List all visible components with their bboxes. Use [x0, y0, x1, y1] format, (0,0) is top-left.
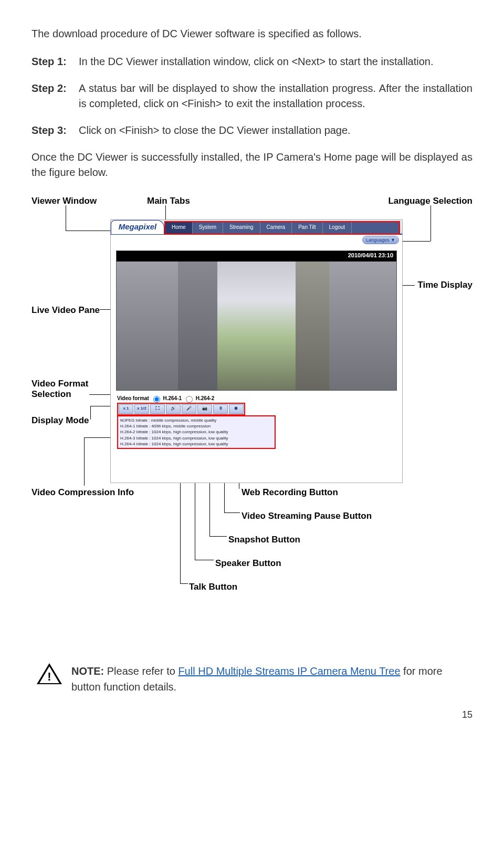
menu-tree-link[interactable]: Full HD Multiple Streams IP Camera Menu … — [178, 665, 400, 677]
tab-camera[interactable]: Camera — [260, 222, 292, 234]
video-format-radio-1[interactable] — [153, 396, 160, 403]
conclusion-text: Once the DC Viewer is successfully insta… — [32, 150, 472, 180]
control-button-5[interactable]: 📷 — [197, 404, 212, 414]
live-video-pane: 2010/04/01 23:10 — [116, 250, 397, 391]
control-button-2[interactable]: ⛶ — [150, 404, 165, 414]
control-button-7[interactable]: ⏺ — [229, 404, 244, 414]
annotated-screenshot-figure: Viewer Window Main Tabs Language Selecti… — [32, 196, 472, 632]
video-format-radio-2[interactable] — [186, 396, 193, 403]
step-text: A status bar will be displayed to show t… — [79, 81, 472, 111]
tab-logout[interactable]: Logout — [323, 222, 352, 234]
tab-streaming[interactable]: Streaming — [223, 222, 260, 234]
callout-viewer-window: Viewer Window — [32, 196, 97, 206]
compression-line: H.264-4 bitrate : 1024 kbps, high compre… — [120, 441, 272, 447]
step-text: In the DC Viewer installation window, cl… — [79, 54, 472, 69]
step-row-2: Step 2:A status bar will be displayed to… — [32, 81, 472, 111]
callout-live-video-pane: Live Video Pane — [32, 305, 100, 316]
callout-web-recording-button: Web Recording Button — [242, 487, 338, 498]
compression-line: H.264-1 bitrate : 4096 kbps, middle comp… — [120, 423, 272, 429]
callout-video-compression-info: Video Compression Info — [32, 487, 134, 498]
control-button-1[interactable]: x 1/2 — [134, 404, 149, 414]
warning-icon: ! — [37, 663, 62, 685]
note-prefix: NOTE: — [71, 665, 104, 677]
page-number: 15 — [32, 709, 472, 720]
compression-line: H.264-2 bitrate : 1024 kbps, high compre… — [120, 429, 272, 435]
brand-logo: Megapixel — [111, 220, 164, 234]
video-format-label: Video format — [117, 395, 149, 401]
step-label: Step 1: — [32, 54, 79, 69]
callout-language-selection: Language Selection — [388, 196, 472, 206]
ip-camera-home-window: Megapixel HomeSystemStreamingCameraPan T… — [110, 219, 403, 483]
control-button-3[interactable]: 🔊 — [166, 404, 181, 414]
callout-display-mode: Display Mode — [32, 415, 89, 426]
note-body-before: Please refer to — [104, 665, 178, 677]
tab-system[interactable]: System — [193, 222, 223, 234]
step-text: Click on <Finish> to close the DC Viewer… — [79, 123, 472, 138]
tab-pan-tilt[interactable]: Pan Tilt — [292, 222, 322, 234]
note-row: ! NOTE: Please refer to Full HD Multiple… — [32, 663, 472, 695]
callout-time-display: Time Display — [417, 280, 472, 290]
note-text: NOTE: Please refer to Full HD Multiple S… — [71, 663, 467, 695]
callout-speaker-button: Speaker Button — [215, 558, 281, 569]
callout-video-streaming-pause-button: Video Streaming Pause Button — [242, 511, 372, 521]
language-dropdown[interactable]: Languages ▼ — [362, 236, 399, 244]
time-display: 2010/04/01 23:10 — [348, 252, 393, 258]
control-button-6[interactable]: ⏸ — [213, 404, 228, 414]
step-row-3: Step 3:Click on <Finish> to close the DC… — [32, 123, 472, 138]
tab-home[interactable]: Home — [165, 222, 193, 234]
intro-text: The download procedure of DC Viewer soft… — [32, 26, 472, 41]
compression-info-box: MJPEG bitrate : middle compression, midd… — [117, 415, 276, 449]
callout-snapshot-button: Snapshot Button — [228, 535, 300, 545]
main-tabs-group: HomeSystemStreamingCameraPan TiltLogout — [164, 221, 400, 235]
video-format-row: Video format H.264-1 H.264-2 — [117, 394, 214, 403]
control-button-4[interactable]: 🎤 — [182, 404, 196, 414]
control-button-0[interactable]: x 1 — [119, 404, 133, 414]
step-label: Step 2: — [32, 81, 79, 111]
vf-option-2: H.264-2 — [196, 395, 215, 401]
compression-line: MJPEG bitrate : middle compression, midd… — [120, 417, 272, 423]
step-label: Step 3: — [32, 123, 79, 138]
step-row-1: Step 1:In the DC Viewer installation win… — [32, 54, 472, 69]
compression-line: H.264-3 bitrate : 1024 kbps, high compre… — [120, 435, 272, 441]
control-button-row: x 1x 1/2⛶🔊🎤📷⏸⏺ — [117, 403, 245, 415]
vf-option-1: H.264-1 — [163, 395, 182, 401]
callout-video-format-selection: Video Format Selection — [32, 379, 88, 400]
callout-talk-button: Talk Button — [189, 582, 237, 592]
callout-main-tabs: Main Tabs — [147, 196, 190, 206]
